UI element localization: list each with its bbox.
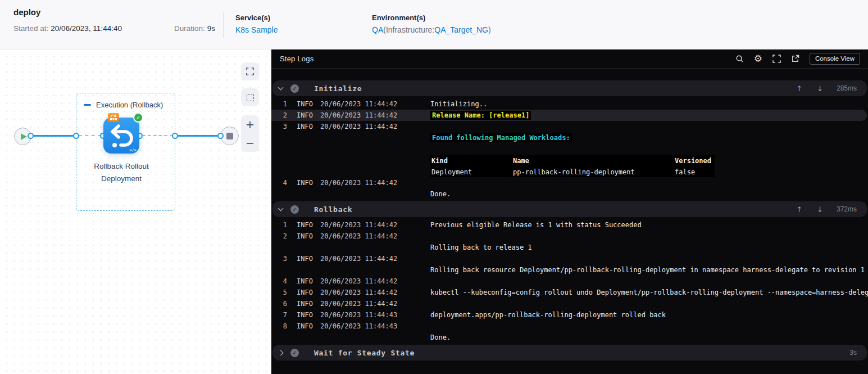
console-view-button[interactable]: Console View	[810, 53, 860, 65]
zoom-out-button[interactable]: −	[241, 134, 259, 152]
log-line[interactable]: Deploymentpp-rollback-rolling-deployment…	[271, 166, 868, 177]
log-line[interactable]: 2INFO20/06/2023 11:44:42	[271, 231, 868, 242]
log-line[interactable]: 2INFO20/06/2023 11:44:42Release Name: [r…	[271, 110, 867, 121]
log-message: Done.	[430, 332, 868, 343]
canvas-select-button[interactable]	[241, 88, 259, 106]
scroll-to-top-icon[interactable]: ↑	[796, 84, 802, 93]
log-line[interactable]: Rolling back to release 1	[271, 242, 868, 253]
log-line[interactable]: KindNameVersioned	[271, 155, 868, 166]
line-number: 1	[271, 219, 287, 231]
log-message: KindNameVersioned	[430, 155, 868, 166]
expand-fullscreen-icon[interactable]	[772, 55, 781, 63]
log-line[interactable]: 1INFO20/06/2023 11:44:42Initializing..	[271, 98, 868, 110]
connector-dot	[73, 133, 79, 139]
log-line[interactable]	[271, 143, 868, 155]
log-level: INFO	[297, 219, 320, 231]
log-section-header[interactable]: ✓Wait for Steady State3s	[272, 345, 867, 361]
chevron-right-icon[interactable]	[278, 350, 284, 355]
log-text: Done.	[430, 190, 451, 198]
play-icon	[21, 133, 27, 140]
log-text: Rolling back to release 1	[430, 244, 532, 251]
log-message: deployment.apps/pp-rollback-rolling-depl…	[430, 309, 868, 321]
log-level	[297, 166, 320, 177]
log-section-header[interactable]: ✓Initialize↑↓285ms	[272, 80, 867, 96]
section-success-icon: ✓	[290, 349, 299, 357]
infrastructure-label: (Infrastructure:	[383, 25, 434, 34]
pipeline-name: deploy	[13, 7, 40, 17]
log-line[interactable]: 7INFO20/06/2023 11:44:43deployment.apps/…	[271, 309, 868, 321]
log-line[interactable]: 4INFO20/06/2023 11:44:42	[271, 177, 868, 188]
log-level	[297, 264, 320, 276]
log-section-rows: 1INFO20/06/2023 11:44:42Initializing..2I…	[271, 98, 868, 200]
open-new-tab-icon[interactable]	[791, 55, 799, 63]
log-line[interactable]: 1INFO20/06/2023 11:44:42Previous eligibl…	[271, 219, 868, 231]
log-section-title: Initialize	[314, 84, 362, 93]
log-timestamp: 20/06/2023 11:44:42	[320, 287, 430, 298]
step-logs-title: Step Logs	[280, 55, 313, 63]
log-line[interactable]: Rolling back resource Deployment/pp-roll…	[271, 264, 868, 276]
zoom-in-button[interactable]: +	[241, 115, 259, 134]
rollout-badge-icon	[108, 113, 119, 122]
started-at-label: Started at:	[13, 24, 48, 33]
success-check-icon: ✓	[133, 112, 143, 123]
scroll-to-bottom-icon[interactable]: ↓	[817, 84, 823, 93]
scroll-to-top-icon[interactable]: ↑	[796, 205, 802, 214]
rollback-step-icon: </>	[103, 118, 139, 154]
log-message	[430, 253, 868, 264]
log-line[interactable]: Found following Managed Workloads:	[271, 132, 868, 143]
line-number: 1	[271, 98, 287, 110]
log-line[interactable]: Done.	[271, 332, 868, 343]
log-line[interactable]: 3INFO20/06/2023 11:44:42	[271, 253, 868, 264]
workload-table-row: KindNameVersioned	[430, 155, 715, 166]
pipeline-canvas[interactable]: Execution (Rollback) </>	[0, 49, 271, 374]
log-level: INFO	[297, 177, 320, 188]
log-message: Done.	[430, 188, 868, 200]
edge-start-to-group	[31, 135, 76, 137]
log-message	[430, 321, 868, 332]
log-line[interactable]: 8INFO20/06/2023 11:44:43	[271, 321, 868, 332]
log-text: Release Name: [release1]	[430, 111, 531, 120]
workload-cell-versioned: Versioned	[675, 155, 714, 166]
log-text: Rolling back resource Deployment/pp-roll…	[430, 266, 865, 274]
rollback-step-node[interactable]: </> ✓	[103, 118, 139, 154]
collapse-group-icon[interactable]	[84, 104, 91, 106]
log-timestamp: 20/06/2023 11:44:42	[320, 298, 430, 309]
log-line[interactable]: 3INFO20/06/2023 11:44:42	[271, 121, 868, 132]
scroll-to-bottom-icon[interactable]: ↓	[817, 205, 823, 214]
code-glyph: </>	[129, 148, 137, 152]
line-number	[271, 332, 287, 343]
log-line[interactable]: 5INFO20/06/2023 11:44:42kubectl --kubeco…	[271, 287, 868, 298]
log-timestamp: 20/06/2023 11:44:42	[320, 177, 430, 188]
environment-link[interactable]: QA	[372, 25, 383, 34]
log-message	[430, 231, 868, 242]
log-timestamp: 20/06/2023 11:44:43	[320, 321, 430, 332]
chevron-down-icon[interactable]	[278, 85, 284, 91]
service-link[interactable]: K8s Sample	[235, 25, 278, 34]
log-timestamp	[320, 242, 430, 253]
log-section-title: Rollback	[314, 205, 352, 214]
log-level	[297, 155, 320, 166]
canvas-fullscreen-button[interactable]	[241, 62, 259, 80]
log-section-rows: 1INFO20/06/2023 11:44:42Previous eligibl…	[271, 219, 868, 343]
log-timestamp	[320, 132, 430, 143]
log-message	[430, 121, 868, 132]
chevron-down-icon[interactable]	[278, 206, 284, 211]
settings-gear-icon[interactable]: ⚙	[754, 54, 762, 64]
log-message: Rolling back to release 1	[430, 242, 868, 253]
log-timestamp: 20/06/2023 11:44:42	[320, 110, 430, 121]
log-line[interactable]: Done.	[271, 188, 868, 200]
section-duration: 3s	[833, 349, 857, 357]
fullscreen-icon	[246, 67, 254, 75]
section-duration: 285ms	[833, 84, 857, 92]
stop-icon	[226, 133, 233, 139]
log-section-header[interactable]: ✓Rollback↑↓372ms	[272, 201, 867, 217]
log-line[interactable]: 6INFO20/06/2023 11:44:42	[271, 298, 868, 309]
log-level: INFO	[297, 298, 320, 309]
search-icon[interactable]	[735, 55, 744, 63]
line-number: 5	[271, 287, 287, 298]
infrastructure-link[interactable]: QA_Target_NG	[434, 25, 488, 34]
log-line[interactable]: 4INFO20/06/2023 11:44:42	[271, 276, 868, 287]
log-timestamp: 20/06/2023 11:44:42	[320, 121, 430, 132]
line-number: 4	[271, 276, 287, 287]
log-message: Found following Managed Workloads:	[430, 132, 868, 143]
